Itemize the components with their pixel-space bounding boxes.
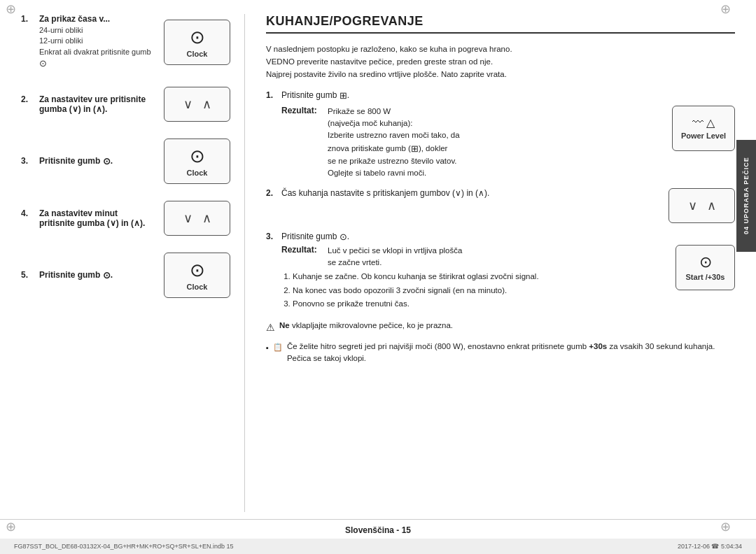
power-level-label: Power Level — [681, 132, 726, 140]
sub-item-2: Na konec vas bodo opozorili 3 zvočni sig… — [293, 285, 667, 297]
right-step-1-text: Pritisnite gumb ⊞. — [281, 90, 735, 101]
right-step-3-content: Pritisnite gumb ⊙. Rezultat: Luč v pečic… — [281, 232, 735, 312]
note-2: ▪ 📋 Če želite hitro segreti jed pri najv… — [266, 341, 735, 365]
step-3-row: 3. Pritisnite gumb ⊙. ⊙ Clock — [21, 138, 230, 194]
rezultat-text-1: Prikaže se 800 W (največja moč kuhanja):… — [328, 106, 460, 180]
down-arrow-1[interactable]: ∨ — [183, 98, 192, 111]
down-arrow-2[interactable]: ∨ — [183, 212, 192, 225]
footer: Slovenščina - 15 — [0, 519, 756, 539]
up-arrow-1[interactable]: ∧ — [202, 98, 211, 111]
right-step-2: 2. Čas kuhanja nastavite s pritiskanjem … — [266, 188, 735, 223]
chapter-tab: 04 UPORABA PEČICE — [736, 140, 756, 252]
main-content: 1. Za prikaz časa v... 24-urni obliki 12… — [0, 0, 756, 519]
step-5-row: 5. Pritisnite gumb ⊙. ⊙ Clock — [21, 253, 230, 308]
step-5-title: Pritisnite gumb ⊙. — [39, 270, 155, 280]
arrow-box-1[interactable]: ∨ ∧ — [164, 87, 230, 122]
left-column: 1. Za prikaz časa v... 24-urni obliki 12… — [21, 14, 245, 512]
sub-item-1: Kuhanje se začne. Ob koncu kuhanja se št… — [293, 271, 667, 283]
step-2-icon: ∨ ∧ — [164, 87, 230, 132]
step-5-content: Pritisnite gumb ⊙. — [39, 270, 155, 280]
step-1-content: Za prikaz časa v... 24-urni obliki 12-ur… — [39, 14, 155, 70]
warning-icon: ⚠ — [266, 320, 275, 335]
step-4-num: 4. — [21, 208, 34, 218]
clock-icon-1: ⊙ — [190, 27, 205, 48]
step-2-row: 2. Za nastavitev ure pritisnite gumba (∨… — [21, 87, 230, 132]
step-1-sub: 24-urni obliki 12-urni obliki Enkrat ali… — [39, 25, 155, 70]
right-step-3: 3. Pritisnite gumb ⊙. Rezultat: Luč v pe… — [266, 232, 735, 312]
bullet-icon: ▪ — [266, 342, 269, 354]
right-step-1-num: 1. — [266, 90, 277, 100]
arrow-box-right[interactable]: ∨ ∧ — [668, 188, 735, 223]
rezultat-text-3: Luč v pečici se vklopi in vrtljiva plošč… — [328, 245, 462, 269]
right-step-3-num: 3. — [266, 232, 277, 241]
sub-item-3: Ponovno se prikaže trenutni čas. — [293, 298, 667, 310]
crosshair-br: ⊕ — [720, 519, 731, 534]
step-3-text: 3. Pritisnite gumb ⊙. — [21, 156, 155, 176]
up-arrow-2[interactable]: ∧ — [202, 212, 211, 225]
step-2-title: Za nastavitev ure pritisnite gumba (∨) i… — [39, 94, 155, 114]
rezultat-label-1: Rezultat: — [281, 106, 323, 115]
crosshair-tl: ⊕ — [6, 1, 16, 17]
right-column: KUHANJE/POGREVANJE V naslednjem postopku… — [245, 14, 735, 512]
notes-section: ⚠ Ne vklapljajte mikrovalovne pečice, ko… — [266, 320, 735, 365]
note-1: ⚠ Ne vklapljajte mikrovalovne pečice, ko… — [266, 320, 735, 335]
start-label: Start /+30s — [686, 273, 725, 281]
power-level-icons: 〰 △ — [692, 116, 715, 129]
clock-label-2: Clock — [187, 169, 208, 177]
right-step-3-result: Rezultat: Luč v pečici se vklopi in vrtl… — [281, 245, 667, 311]
clock-icon-2: ⊙ — [190, 145, 205, 167]
clock-icon-3: ⊙ — [190, 260, 205, 281]
footer-text: Slovenščina - 15 — [345, 525, 411, 535]
note-1-text: Ne vklapljajte mikrovalovne pečice, ko j… — [279, 320, 735, 332]
step-4-title: Za nastavitev minut pritisnite gumba (∨)… — [39, 208, 155, 228]
clock-button-1[interactable]: ⊙ Clock — [164, 20, 230, 65]
step-2-text: 2. Za nastavitev ure pritisnite gumba (∨… — [21, 94, 155, 124]
step-5-text: 5. Pritisnite gumb ⊙. — [21, 270, 155, 290]
up-arrow-right[interactable]: ∧ — [707, 199, 716, 212]
page-wrapper: ⊕ ⊕ ⊕ ⊕ 04 UPORABA PEČICE 1. Za prikaz č… — [0, 0, 756, 554]
step-4-icon: ∨ ∧ — [164, 201, 230, 246]
right-step-2-text: Čas kuhanja nastavite s pritiskanjem gum… — [281, 188, 660, 198]
arrow-box-2[interactable]: ∨ ∧ — [164, 201, 230, 236]
power-inline-icon: ⊞ — [340, 91, 347, 101]
step-5: 5. Pritisnite gumb ⊙. — [21, 270, 155, 280]
intro-text: V naslednjem postopku je razloženo, kako… — [266, 43, 735, 80]
step-3: 3. Pritisnite gumb ⊙. — [21, 156, 155, 166]
clock-label-3: Clock — [187, 283, 208, 291]
info-icon: 📋 — [273, 341, 283, 353]
note-1-bold: Ne — [279, 321, 290, 329]
clock-button-3[interactable]: ⊙ Clock — [164, 253, 230, 298]
crosshair-tr: ⊕ — [720, 1, 731, 17]
step-4-text: 4. Za nastavitev minut pritisnite gumba … — [21, 208, 155, 238]
step-5-icon: ⊙ Clock — [164, 253, 230, 308]
clock-inline-icon-5: ⊙ — [103, 271, 111, 281]
bottom-left-text: FG87SST_BOL_DE68-03132X-04_BG+HR+MK+RO+S… — [14, 543, 233, 550]
down-arrow-right[interactable]: ∨ — [688, 199, 697, 212]
step-3-title: Pritisnite gumb ⊙. — [39, 156, 155, 166]
start-button[interactable]: ⊙ Start /+30s — [676, 245, 735, 290]
right-step-2-inner: Čas kuhanja nastavite s pritiskanjem gum… — [281, 188, 735, 223]
sub-list: Kuhanje se začne. Ob koncu kuhanja se št… — [293, 271, 667, 310]
step-1: 1. Za prikaz časa v... 24-urni obliki 12… — [21, 14, 155, 70]
right-step-3-result-row: Rezultat: Luč v pečici se vklopi in vrtl… — [281, 245, 735, 311]
step-1-row: 1. Za prikaz časa v... 24-urni obliki 12… — [21, 14, 230, 80]
step-2-num: 2. — [21, 94, 34, 104]
step-5-num: 5. — [21, 270, 34, 280]
step-4-content: Za nastavitev minut pritisnite gumba (∨)… — [39, 208, 155, 228]
right-step-1-result-text: Rezultat: Prikaže se 800 W (največja moč… — [281, 106, 664, 180]
wave-icon: 〰 — [692, 116, 704, 129]
power-level-button[interactable]: 〰 △ Power Level — [672, 106, 735, 151]
step-1-icon: ⊙ Clock — [164, 20, 230, 75]
rezultat-row-1: Rezultat: Prikaže se 800 W (največja moč… — [281, 106, 664, 180]
step-1-text: 1. Za prikaz časa v... 24-urni obliki 12… — [21, 14, 155, 80]
step-4: 4. Za nastavitev minut pritisnite gumba … — [21, 208, 155, 228]
right-step-2-content: Čas kuhanja nastavite s pritiskanjem gum… — [281, 188, 735, 223]
clock-label-1: Clock — [187, 50, 208, 58]
step-3-icon: ⊙ Clock — [164, 138, 230, 194]
note-2-bold: +30s — [589, 342, 607, 350]
start-icon: ⊙ — [699, 253, 712, 271]
section-heading: KUHANJE/POGREVANJE — [266, 14, 735, 34]
note-2-text: Če želite hitro segreti jed pri najvišji… — [287, 341, 735, 365]
clock-button-2[interactable]: ⊙ Clock — [164, 138, 230, 184]
rezultat-row-3: Rezultat: Luč v pečici se vklopi in vrtl… — [281, 245, 667, 269]
